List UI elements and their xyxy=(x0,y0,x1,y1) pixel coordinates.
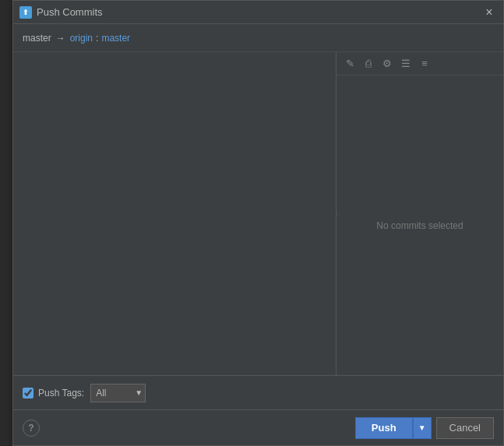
branch-bar: master → origin : master xyxy=(13,24,503,52)
push-dropdown-button[interactable]: ▼ xyxy=(413,417,432,439)
gear-icon: ⚙ xyxy=(382,58,392,69)
push-tags-checkbox[interactable] xyxy=(23,388,33,399)
resize-dots-icon: ⋮ xyxy=(333,210,338,217)
commits-list-panel: ⋮ xyxy=(13,52,337,375)
dialog-content: master → origin : master ⋮ ✎ xyxy=(13,24,503,445)
help-button[interactable]: ? xyxy=(23,420,40,437)
footer-buttons: Push ▼ Cancel xyxy=(355,417,494,439)
dialog-icon: ⬆ xyxy=(19,6,32,19)
edit-icon: ✎ xyxy=(346,58,354,69)
main-split: ⋮ ✎ ⎙ ⚙ ☰ xyxy=(13,52,503,375)
print-icon: ⎙ xyxy=(365,58,372,69)
push-tags-select[interactable]: All None Tracked xyxy=(90,384,146,402)
settings-button[interactable]: ⚙ xyxy=(379,55,396,72)
push-tags-checkbox-wrapper: Push Tags: xyxy=(23,388,84,399)
branch-arrow: → xyxy=(56,33,65,44)
push-button[interactable]: Push xyxy=(355,417,413,439)
edit-button[interactable]: ✎ xyxy=(341,55,358,72)
print-button[interactable]: ⎙ xyxy=(360,55,377,72)
footer-bar: ? Push ▼ Cancel xyxy=(13,409,503,445)
list-icon: ☰ xyxy=(401,58,411,69)
push-tags-bar: Push Tags: All None Tracked ▼ xyxy=(13,375,503,409)
close-button[interactable]: × xyxy=(481,5,497,20)
commit-details-content: No commits selected xyxy=(337,76,503,375)
push-tags-label: Push Tags: xyxy=(38,388,84,399)
filter-icon: ≡ xyxy=(421,58,428,69)
cancel-button[interactable]: Cancel xyxy=(436,417,494,439)
local-branch: master xyxy=(23,33,51,44)
push-commits-dialog: ⬆ Push Commits × master → origin : maste… xyxy=(12,0,504,446)
target-branch[interactable]: master xyxy=(101,33,130,44)
filter-button[interactable]: ≡ xyxy=(416,55,433,72)
no-commits-message: No commits selected xyxy=(376,220,463,231)
list-button[interactable]: ☰ xyxy=(397,55,414,72)
remote-name[interactable]: origin xyxy=(70,33,93,44)
branch-colon: : xyxy=(96,33,98,44)
right-toolbar: ✎ ⎙ ⚙ ☰ ≡ xyxy=(337,52,503,76)
dialog-title: Push Commits xyxy=(37,6,103,18)
title-bar: ⬆ Push Commits × xyxy=(13,1,503,24)
commit-details-panel: ✎ ⎙ ⚙ ☰ ≡ No commits sele xyxy=(337,52,503,375)
push-tags-select-wrapper: All None Tracked ▼ xyxy=(90,384,146,402)
push-button-group: Push ▼ xyxy=(355,417,432,439)
title-bar-left: ⬆ Push Commits xyxy=(19,6,103,19)
resize-handle[interactable]: ⋮ xyxy=(333,52,339,375)
